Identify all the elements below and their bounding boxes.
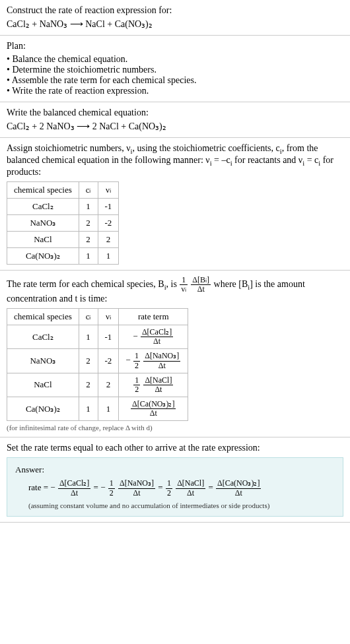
cell-species: CaCl₂: [7, 325, 79, 348]
balance-equation: CaCl₂ + 2 NaNO₃ ⟶ 2 NaCl + Ca(NO₃)₂: [7, 121, 343, 132]
header-section: Construct the rate of reaction expressio…: [0, 0, 350, 36]
den: Δt: [143, 362, 180, 370]
col-species: chemical species: [7, 181, 79, 198]
table-row: chemical species cᵢ νᵢ: [7, 181, 119, 198]
cell-v: 1: [98, 397, 119, 421]
cell-c: 2: [79, 214, 98, 231]
den: Δt: [143, 385, 173, 394]
final-section: Set the rate terms equal to each other t…: [0, 437, 350, 522]
table-row: Ca(NO₃)₂ 1 1: [7, 247, 119, 264]
equals: =: [208, 482, 215, 492]
col-c: cᵢ: [79, 181, 98, 198]
num: Δ[NaNO₃]: [143, 352, 180, 361]
den: Δt: [131, 409, 176, 418]
sign: −: [133, 331, 137, 341]
rate-expression: rate = − Δ[CaCl₂]Δt = − 12 Δ[NaNO₃]Δt = …: [28, 479, 335, 497]
fraction: Δ[CaCl₂]Δt: [141, 328, 173, 346]
num: Δ[Ca(NO₃)₂]: [216, 479, 261, 488]
equals: =: [94, 482, 101, 492]
num: Δ[NaNO₃]: [118, 479, 155, 488]
fraction: Δ[NaCl]Δt: [143, 376, 173, 394]
table-row: chemical species cᵢ νᵢ rate term: [7, 308, 188, 325]
fraction: Δ[CaCl₂]Δt: [58, 479, 90, 497]
fraction: 12: [166, 479, 172, 497]
fraction: 1νᵢ: [180, 276, 187, 294]
plan-item: • Determine the stoichiometric numbers.: [7, 65, 343, 75]
text: where [B: [214, 279, 248, 289]
final-title: Set the rate terms equal to each other t…: [7, 443, 343, 453]
cell-v: 1: [98, 247, 119, 264]
text: , using the stoichiometric coefficients,…: [132, 143, 279, 153]
num: 1: [166, 479, 172, 488]
fraction: Δ[NaNO₃]Δt: [143, 352, 180, 370]
num: Δ[Bᵢ]: [191, 276, 211, 285]
table-row: NaCl 2 2: [7, 231, 119, 247]
cell-rate: − 12 Δ[NaNO₃]Δt: [119, 349, 188, 373]
num: 1: [133, 376, 140, 385]
den: Δt: [216, 489, 261, 498]
num: Δ[NaCl]: [176, 479, 205, 488]
cell-species: NaNO₃: [7, 214, 79, 231]
rateterm-section: The rate term for each chemical species,…: [0, 271, 350, 438]
stoich-intro: Assign stoichiometric numbers, νi, using…: [7, 143, 343, 177]
num: 1: [133, 352, 140, 361]
answer-label: Answer:: [15, 465, 335, 475]
header-equation: CaCl₂ + NaNO₃ ⟶ NaCl + Ca(NO₃)₂: [7, 18, 343, 30]
cell-v: -1: [98, 325, 119, 348]
header-title: Construct the rate of reaction expressio…: [7, 5, 343, 16]
col-v: νᵢ: [98, 181, 119, 198]
table-row: Ca(NO₃)₂ 1 1 Δ[Ca(NO₃)₂]Δt: [7, 397, 188, 421]
cell-species: NaCl: [7, 373, 79, 397]
cell-species: Ca(NO₃)₂: [7, 397, 79, 421]
answer-box: Answer: rate = − Δ[CaCl₂]Δt = − 12 Δ[NaN…: [7, 457, 343, 516]
col-c: cᵢ: [79, 308, 98, 325]
num: Δ[CaCl₂]: [141, 328, 173, 337]
plan-title: Plan:: [7, 41, 343, 51]
cell-c: 1: [79, 247, 98, 264]
table-row: NaNO₃ 2 -2: [7, 214, 119, 231]
cell-species: CaCl₂: [7, 198, 79, 214]
fraction: 12: [108, 479, 115, 497]
cell-rate: Δ[Ca(NO₃)₂]Δt: [119, 397, 188, 421]
text: Assign stoichiometric numbers, ν: [7, 143, 131, 153]
cell-v: 2: [98, 373, 119, 397]
den: νᵢ: [180, 285, 187, 294]
cell-c: 1: [79, 325, 98, 348]
den: Δt: [191, 285, 211, 294]
text: = c: [304, 155, 318, 165]
den: Δt: [141, 337, 173, 346]
cell-c: 2: [79, 349, 98, 373]
text: rate = −: [28, 482, 55, 492]
num: Δ[NaCl]: [143, 376, 173, 385]
cell-rate: 12 Δ[NaCl]Δt: [119, 373, 188, 397]
cell-rate: − Δ[CaCl₂]Δt: [119, 325, 188, 348]
plan-item: • Balance the chemical equation.: [7, 54, 343, 65]
table-row: CaCl₂ 1 -1 − Δ[CaCl₂]Δt: [7, 325, 188, 348]
cell-v: 2: [98, 231, 119, 247]
balance-title: Write the balanced chemical equation:: [7, 108, 343, 118]
sign: −: [125, 355, 130, 365]
text: , is: [166, 279, 180, 289]
fraction: Δ[Ca(NO₃)₂]Δt: [131, 400, 176, 418]
num: Δ[Ca(NO₃)₂]: [131, 400, 176, 409]
num: 1: [180, 276, 187, 285]
stoich-section: Assign stoichiometric numbers, νi, using…: [0, 138, 350, 271]
equals: =: [158, 482, 165, 492]
cell-c: 2: [79, 373, 98, 397]
table-row: NaNO₃ 2 -2 − 12 Δ[NaNO₃]Δt: [7, 349, 188, 373]
cell-species: Ca(NO₃)₂: [7, 247, 79, 264]
answer-note: (assuming constant volume and no accumul…: [28, 501, 335, 509]
cell-v: -2: [98, 349, 119, 373]
fraction: Δ[NaCl]Δt: [176, 479, 205, 497]
sign: −: [100, 482, 105, 492]
col-rate: rate term: [119, 308, 188, 325]
plan-section: Plan: • Balance the chemical equation. •…: [0, 36, 350, 102]
fraction: 12: [133, 352, 140, 370]
plan-item: • Assemble the rate term for each chemic…: [7, 75, 343, 86]
num: Δ[CaCl₂]: [58, 479, 90, 488]
col-species: chemical species: [7, 308, 79, 325]
plan-item: • Write the rate of reaction expression.: [7, 86, 343, 96]
stoich-table: chemical species cᵢ νᵢ CaCl₂ 1 -1 NaNO₃ …: [7, 181, 119, 265]
rateterm-note: (for infinitesimal rate of change, repla…: [7, 424, 343, 432]
den: Δt: [118, 489, 155, 498]
